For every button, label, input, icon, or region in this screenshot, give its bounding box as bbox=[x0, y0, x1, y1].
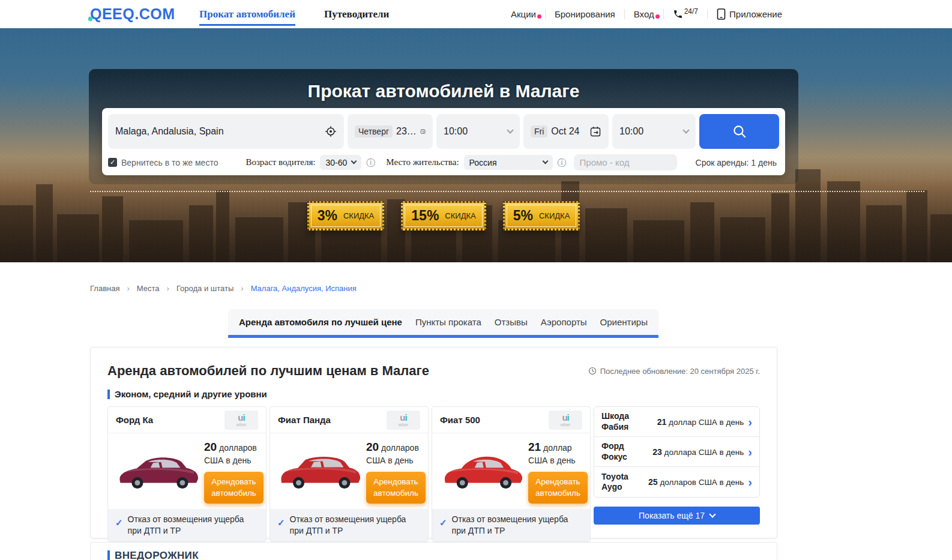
support-phone[interactable]: 24/7 bbox=[664, 9, 707, 19]
coupon-5-percent[interactable]: 5% СКИДКА bbox=[503, 201, 580, 230]
search-button[interactable] bbox=[699, 114, 779, 149]
search-options-row: ✓ Вернитесь в то же место Возраст водите… bbox=[108, 154, 779, 170]
check-icon: ✓ bbox=[439, 517, 447, 528]
main-nav: Прокат автомобилей Путеводители bbox=[199, 0, 389, 28]
residence-info-icon[interactable]: ⓘ bbox=[558, 158, 567, 167]
price-line: 21 доллар США в день bbox=[528, 439, 588, 466]
car-card-body: 20 долларов США в день Арендовать автомо… bbox=[270, 433, 428, 509]
pickup-time-field[interactable]: 10:00 bbox=[436, 114, 520, 149]
section-title: Эконом, средний и другие уровни bbox=[115, 389, 267, 399]
driver-age-value: 30-60 bbox=[325, 158, 347, 167]
section-tabs: Аренда автомобиля по лучшей цене Пункты … bbox=[228, 309, 658, 335]
list-item-toyota-aygo[interactable]: Toyota Aygo 25 долларов США в день › bbox=[594, 467, 759, 497]
dropoff-time-field[interactable]: 10:00 bbox=[612, 114, 696, 149]
rent-car-button[interactable]: Арендовать автомобиль bbox=[204, 472, 264, 504]
coupon-3-percent[interactable]: 3% СКИДКА bbox=[307, 201, 385, 230]
car-name: Форд Фокус bbox=[601, 441, 648, 462]
rental-duration-label: Срок аренды: 1 день bbox=[696, 158, 779, 167]
car-price: 21 доллар США в день bbox=[657, 417, 744, 427]
dropoff-time-value: 10:00 bbox=[619, 126, 684, 137]
chevron-down-icon bbox=[682, 127, 689, 133]
pickup-day-badge: Четверг bbox=[355, 125, 393, 137]
car-card-benefit: ✓ Отказ от возмещения ущерба при ДТП и Т… bbox=[108, 509, 266, 541]
locate-icon[interactable] bbox=[325, 125, 337, 137]
pickup-date-value: 23… bbox=[396, 126, 417, 137]
car-name: Шкода Фабия bbox=[601, 411, 648, 432]
tab-locations[interactable]: Пункты проката bbox=[415, 317, 481, 327]
car-name: Фиат 500 bbox=[440, 415, 480, 425]
car-photo bbox=[113, 439, 203, 504]
breadcrumb-separator: › bbox=[167, 284, 169, 293]
page-title: Аренда автомобилей по лучшим ценам в Мал… bbox=[107, 363, 429, 379]
rent-car-button[interactable]: Арендовать автомобиль bbox=[366, 472, 426, 504]
discount-coupons: 3% СКИДКА 15% СКИДКА 5% СКИДКА bbox=[89, 201, 798, 230]
calendar-icon bbox=[589, 125, 601, 137]
calendar-icon bbox=[420, 125, 426, 137]
logo-text: QEEQ.COM bbox=[90, 5, 175, 22]
car-name: Фиат Панда bbox=[278, 415, 331, 425]
hero-dotted-divider bbox=[90, 191, 924, 192]
same-location-checkbox[interactable]: ✓ bbox=[108, 158, 117, 167]
car-price: 25 долларов США в день bbox=[648, 477, 744, 487]
car-card-header: Фиат Панда ui wiber bbox=[270, 407, 428, 433]
show-more-button[interactable]: Показать ещё 17 bbox=[594, 507, 760, 525]
section-accent-bar bbox=[107, 390, 110, 399]
list-item-ford-focus[interactable]: Форд Фокус 23 доллара США в день › bbox=[594, 437, 759, 467]
search-icon bbox=[732, 124, 747, 139]
car-card-benefit: ✓ Отказ от возмещения ущерба при ДТП и Т… bbox=[432, 509, 590, 541]
breadcrumb-cities[interactable]: Города и штаты bbox=[176, 284, 233, 293]
price-value: 20 bbox=[204, 441, 217, 453]
breadcrumb-places[interactable]: Места bbox=[137, 284, 160, 293]
driver-age-select[interactable]: 30-60 bbox=[320, 155, 361, 170]
supplier-logo: ui wiber bbox=[549, 411, 582, 430]
car-photo bbox=[275, 439, 365, 504]
tab-landmarks[interactable]: Ориентиры bbox=[600, 317, 648, 327]
residence-label: Место жительства: bbox=[386, 157, 459, 167]
location-field[interactable]: Malaga, Andalusia, Spain bbox=[108, 114, 344, 149]
qeeq-logo[interactable]: QEEQ.COM bbox=[90, 5, 175, 23]
tab-airports[interactable]: Аэропорты bbox=[541, 317, 587, 327]
car-name: Toyota Aygo bbox=[601, 472, 648, 493]
coupon-15-percent[interactable]: 15% СКИДКА bbox=[401, 201, 486, 230]
last-updated: Последнее обновление: 20 сентября 2025 г… bbox=[588, 367, 760, 376]
car-card-benefit: ✓ Отказ от возмещения ущерба при ДТП и Т… bbox=[270, 509, 428, 541]
breadcrumb-current: Малага, Андалусия, Испания bbox=[251, 284, 357, 293]
check-icon: ✓ bbox=[277, 517, 285, 528]
dropoff-date-value: Oct 24 bbox=[551, 126, 579, 137]
supplier-logo-glyph: ui bbox=[562, 413, 568, 422]
car-card-body: 21 доллар США в день Арендовать автомоби… bbox=[432, 433, 590, 509]
tab-best-price[interactable]: Аренда автомобиля по лучшей цене bbox=[239, 317, 402, 327]
chevron-down-icon bbox=[351, 158, 357, 164]
smartphone-icon bbox=[717, 8, 726, 20]
more-offers-panel: Шкода Фабия 21 доллар США в день › Форд … bbox=[594, 406, 760, 542]
section-head: Эконом, средний и другие уровни bbox=[107, 389, 760, 399]
nav-guides[interactable]: Путеводители bbox=[324, 8, 389, 20]
last-updated-text: Последнее обновление: 20 сентября 2025 г… bbox=[600, 367, 760, 376]
nav-car-rental[interactable]: Прокат автомобилей bbox=[199, 8, 295, 20]
app-link[interactable]: Приложение bbox=[708, 8, 791, 20]
breadcrumb-home[interactable]: Главная bbox=[90, 284, 119, 293]
breadcrumb: Главная › Места › Города и штаты › Малаг… bbox=[90, 284, 357, 293]
supplier-logo: ui wiber bbox=[387, 411, 420, 430]
list-item-skoda-fabia[interactable]: Шкода Фабия 21 доллар США в день › bbox=[594, 407, 759, 437]
page: QEEQ.COM Прокат автомобилей Путеводители… bbox=[0, 0, 952, 560]
promo-code-input[interactable] bbox=[574, 154, 677, 170]
login-link[interactable]: Вход bbox=[625, 9, 663, 19]
benefit-text: Отказ от возмещения ущерба при ДТП и ТР bbox=[128, 514, 259, 537]
driver-age-info-icon[interactable]: ⓘ bbox=[366, 158, 375, 167]
rent-car-button[interactable]: Арендовать автомобиль bbox=[528, 472, 588, 504]
pickup-date-field[interactable]: Четверг 23… bbox=[348, 114, 433, 149]
car-price-block: 20 долларов США в день Арендовать автомо… bbox=[203, 439, 264, 504]
promotions-link[interactable]: Акции bbox=[502, 9, 545, 19]
tab-reviews[interactable]: Отзывы bbox=[495, 317, 528, 327]
dropoff-date-field[interactable]: Fri Oct 24 bbox=[523, 114, 609, 149]
more-offers-list: Шкода Фабия 21 доллар США в день › Форд … bbox=[594, 406, 760, 498]
bookings-link[interactable]: Бронирования bbox=[546, 9, 624, 19]
car-price: 23 доллара США в день bbox=[652, 447, 744, 457]
car-card-ford-ka: Форд Ка ui wiber bbox=[107, 406, 267, 542]
car-offers-row: Форд Ка ui wiber bbox=[107, 406, 760, 542]
car-card-fiat-panda: Фиат Панда ui wiber bbox=[270, 406, 429, 542]
section-accent-bar bbox=[107, 550, 110, 560]
chevron-down-icon bbox=[507, 127, 513, 133]
residence-select[interactable]: Россия bbox=[464, 155, 553, 170]
